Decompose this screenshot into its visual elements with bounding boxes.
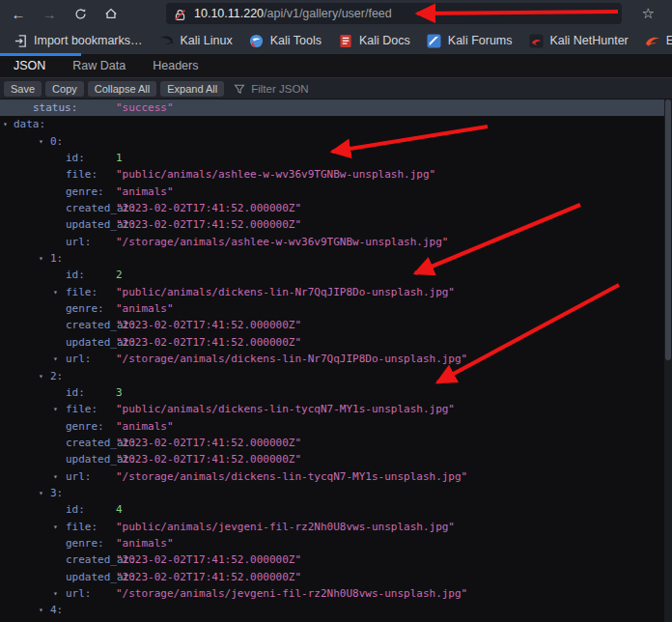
tab-headers[interactable]: Headers bbox=[139, 54, 211, 77]
json-key: url: bbox=[66, 351, 92, 367]
json-value: 4 bbox=[116, 501, 123, 518]
scrollbar-track[interactable] bbox=[664, 99, 672, 622]
json-key: genre: bbox=[66, 184, 104, 200]
save-button[interactable]: Save bbox=[4, 81, 42, 97]
reload-button[interactable] bbox=[68, 3, 93, 24]
json-row[interactable]: updated_at:"2023-02-02T17:41:52.000000Z" bbox=[0, 334, 672, 351]
expand-toggle-icon[interactable]: ▾ bbox=[53, 468, 58, 485]
expand-toggle-icon[interactable]: ▾ bbox=[39, 250, 43, 267]
json-row[interactable]: created_at:"2023-02-02T17:41:52.000000Z" bbox=[0, 200, 672, 216]
json-key: id: bbox=[66, 150, 85, 166]
json-row[interactable]: genre:"animals" bbox=[0, 418, 672, 435]
json-row[interactable]: genre:"animals" bbox=[0, 535, 672, 551]
json-key: status: bbox=[33, 99, 77, 116]
expand-toggle-icon[interactable]: ▾ bbox=[53, 351, 58, 367]
json-key: 1: bbox=[50, 250, 63, 267]
json-row[interactable]: ▾data: bbox=[0, 116, 672, 132]
copy-button[interactable]: Copy bbox=[45, 81, 84, 97]
json-row[interactable]: ▾1: bbox=[0, 250, 672, 267]
json-row[interactable]: ▾2: bbox=[0, 368, 672, 384]
expand-toggle-icon[interactable]: ▾ bbox=[53, 401, 58, 417]
expand-toggle-icon[interactable]: ▾ bbox=[39, 133, 43, 150]
json-row[interactable]: ▾file:"public/animals/dickens-lin-Nr7QqJ… bbox=[0, 284, 672, 300]
json-value: "/storage/animals/dickens-lin-Nr7QqJIP8D… bbox=[116, 351, 467, 367]
bookmark-star-button[interactable]: ☆ bbox=[642, 5, 655, 22]
forward-button[interactable]: → bbox=[37, 3, 62, 24]
json-key: 3: bbox=[50, 485, 63, 501]
json-row[interactable]: updated_at:"2023-02-02T17:41:52.000000Z" bbox=[0, 216, 672, 233]
json-row[interactable]: url:"/storage/animals/ashlee-w-wv36v9TGN… bbox=[0, 234, 672, 250]
json-key: file: bbox=[66, 519, 98, 535]
expand-toggle-icon[interactable]: ▾ bbox=[39, 485, 43, 501]
json-row[interactable]: file:"public/animals/ashlee-w-wv36v9TGNB… bbox=[0, 166, 672, 183]
kali-forums-icon bbox=[427, 33, 442, 48]
bookmark-kali-tools[interactable]: Kali Tools bbox=[245, 30, 325, 51]
bookmark-import[interactable]: Import bookmarks… bbox=[9, 30, 147, 51]
bookmark-label: Kali NetHunter bbox=[550, 34, 629, 47]
json-row[interactable]: ▾url:"/storage/animals/dickens-lin-tycqN… bbox=[0, 468, 672, 485]
expand-toggle-icon[interactable]: ▾ bbox=[3, 116, 8, 132]
filter-json-input[interactable]: Filter JSON bbox=[234, 83, 308, 95]
json-row[interactable]: ▾file:"public/animals/jevgeni-fil-rz2Nh0… bbox=[0, 519, 672, 535]
bookmark-kali-forums[interactable]: Kali Forums bbox=[423, 30, 517, 51]
home-button[interactable] bbox=[98, 3, 124, 24]
insecure-lock-icon[interactable] bbox=[174, 8, 186, 20]
star-icon: ☆ bbox=[642, 5, 655, 21]
json-row[interactable]: ▾file:"public/animals/dickens-lin-tycqN7… bbox=[0, 401, 672, 417]
expand-all-button[interactable]: Expand All bbox=[160, 81, 224, 97]
json-row[interactable]: id:4 bbox=[0, 501, 672, 518]
json-value: "2023-02-02T17:41:52.000000Z" bbox=[116, 551, 301, 568]
expand-toggle-icon[interactable]: ▾ bbox=[39, 602, 43, 618]
json-row[interactable]: id:1 bbox=[0, 150, 672, 166]
json-row[interactable]: ▾url:"/storage/animals/jevgeni-fil-rz2Nh… bbox=[0, 585, 672, 602]
expand-toggle-icon[interactable]: ▾ bbox=[53, 585, 58, 602]
json-row[interactable]: ▾3: bbox=[0, 485, 672, 501]
json-row[interactable]: created_at:"2023-02-02T17:41:52.000000Z" bbox=[0, 317, 672, 333]
home-icon bbox=[104, 7, 118, 20]
json-row[interactable]: ▾4: bbox=[0, 602, 672, 618]
json-value: "2023-02-02T17:41:52.000000Z" bbox=[116, 435, 301, 451]
json-row[interactable]: created_at:"2023-02-02T17:41:52.000000Z" bbox=[0, 551, 672, 568]
collapse-all-button[interactable]: Collapse All bbox=[88, 81, 156, 97]
expand-toggle-icon[interactable]: ▾ bbox=[53, 519, 58, 535]
json-key: id: bbox=[66, 267, 85, 283]
bookmark-exploit-db[interactable]: Exploit-DB bbox=[641, 30, 672, 51]
url-path: /api/v1/gallery/user/feed bbox=[264, 7, 392, 20]
json-row[interactable]: updated_at:"2023-02-02T17:41:52.000000Z" bbox=[0, 451, 672, 467]
json-value: "/storage/animals/dickens-lin-tycqN7-MY1… bbox=[116, 468, 467, 485]
json-value: 1 bbox=[116, 150, 123, 166]
json-row[interactable]: ▾url:"/storage/animals/dickens-lin-Nr7Qq… bbox=[0, 351, 672, 367]
json-row[interactable]: genre:"animals" bbox=[0, 300, 672, 317]
json-key: 0: bbox=[50, 133, 63, 150]
bookmark-kali-nethunter[interactable]: Kali NetHunter bbox=[525, 30, 632, 51]
json-value: "animals" bbox=[116, 418, 174, 435]
back-button[interactable]: ← bbox=[6, 3, 31, 24]
bookmark-label: Kali Linux bbox=[181, 34, 233, 47]
json-row[interactable]: ▾0: bbox=[0, 133, 672, 150]
json-value: "2023-02-02T17:41:52.000000Z" bbox=[116, 216, 301, 233]
json-value: "2023-02-02T17:41:52.000000Z" bbox=[116, 200, 301, 216]
json-row[interactable]: created_at:"2023-02-02T17:41:52.000000Z" bbox=[0, 435, 672, 451]
tab-json[interactable]: JSON bbox=[0, 54, 59, 77]
json-row[interactable]: updated_at:"2023-02-02T17:41:52.000000Z" bbox=[0, 569, 672, 585]
json-key: url: bbox=[66, 234, 92, 250]
json-key: genre: bbox=[66, 535, 104, 551]
browser-window: { "browser": { "url_host": "10.10.11.220… bbox=[0, 0, 672, 622]
tab-raw-data[interactable]: Raw Data bbox=[59, 54, 139, 77]
json-viewer-tabs: JSON Raw Data Headers bbox=[0, 54, 672, 78]
json-row[interactable]: id:2 bbox=[0, 267, 672, 283]
json-key: file: bbox=[66, 401, 98, 417]
json-value: "2023-02-02T17:41:52.000000Z" bbox=[116, 334, 301, 351]
bookmarks-bar: Import bookmarks… Kali Linux Kali Tools … bbox=[0, 27, 672, 55]
bookmark-kali-docs[interactable]: Kali Docs bbox=[334, 30, 414, 51]
json-row[interactable]: status:"success" bbox=[0, 99, 672, 116]
json-row[interactable]: genre:"animals" bbox=[0, 184, 672, 200]
url-bar[interactable]: 10.10.11.220/api/v1/gallery/user/feed bbox=[166, 3, 622, 24]
scrollbar-thumb[interactable] bbox=[665, 99, 671, 360]
expand-toggle-icon[interactable]: ▾ bbox=[39, 368, 43, 384]
json-row[interactable]: id:3 bbox=[0, 384, 672, 401]
expand-toggle-icon[interactable]: ▾ bbox=[53, 284, 58, 300]
json-key: data: bbox=[14, 116, 45, 132]
bookmark-kali-linux[interactable]: Kali Linux bbox=[155, 30, 237, 51]
forward-icon: → bbox=[42, 6, 57, 22]
